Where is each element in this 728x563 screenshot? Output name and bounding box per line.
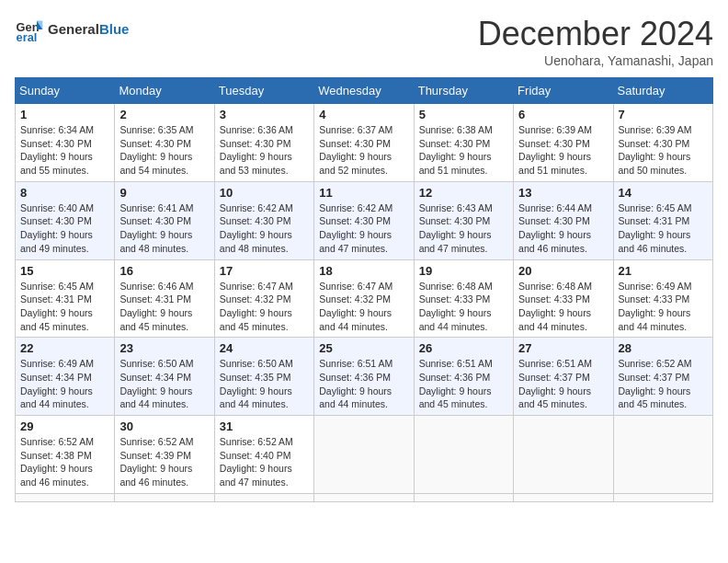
calendar-cell: 23 Sunrise: 6:50 AM Sunset: 4:34 PM Dayl… (115, 338, 214, 416)
day-info: Sunrise: 6:48 AM Sunset: 4:33 PM Dayligh… (419, 280, 508, 334)
day-info: Sunrise: 6:39 AM Sunset: 4:30 PM Dayligh… (619, 123, 708, 178)
day-info: Sunrise: 6:47 AM Sunset: 4:32 PM Dayligh… (220, 280, 309, 334)
calendar-cell: 25 Sunrise: 6:51 AM Sunset: 4:36 PM Dayl… (314, 338, 414, 416)
calendar-cell: 31 Sunrise: 6:52 AM Sunset: 4:40 PM Dayl… (214, 416, 313, 494)
day-number: 28 (619, 341, 708, 355)
day-number: 6 (518, 108, 608, 121)
calendar-header-row: SundayMondayTuesdayWednesdayThursdayFrid… (16, 78, 713, 104)
location-subtitle: Uenohara, Yamanashi, Japan (478, 53, 713, 68)
day-info: Sunrise: 6:39 AM Sunset: 4:30 PM Dayligh… (518, 123, 608, 178)
day-number: 17 (220, 264, 309, 278)
logo: Gen eral GeneralBlue (15, 15, 129, 44)
calendar-cell: 28 Sunrise: 6:52 AM Sunset: 4:37 PM Dayl… (613, 338, 712, 416)
day-info: Sunrise: 6:36 AM Sunset: 4:30 PM Dayligh… (220, 123, 309, 178)
calendar-cell (613, 416, 712, 494)
day-number: 19 (419, 264, 508, 278)
day-of-week-header: Sunday (16, 78, 115, 104)
calendar-cell: 14 Sunrise: 6:45 AM Sunset: 4:31 PM Dayl… (613, 181, 712, 259)
day-info: Sunrise: 6:48 AM Sunset: 4:33 PM Dayligh… (518, 280, 608, 334)
day-number: 4 (319, 108, 408, 121)
day-number: 11 (319, 186, 408, 200)
calendar-cell: 20 Sunrise: 6:48 AM Sunset: 4:33 PM Dayl… (514, 259, 613, 338)
day-number: 16 (119, 264, 209, 278)
day-number: 26 (419, 341, 508, 355)
day-of-week-header: Thursday (414, 78, 513, 104)
day-info: Sunrise: 6:49 AM Sunset: 4:34 PM Dayligh… (20, 357, 109, 411)
day-info: Sunrise: 6:47 AM Sunset: 4:32 PM Dayligh… (319, 280, 408, 334)
calendar-week-row: 8 Sunrise: 6:40 AM Sunset: 4:30 PM Dayli… (16, 181, 713, 259)
calendar-cell: 19 Sunrise: 6:48 AM Sunset: 4:33 PM Dayl… (414, 259, 513, 338)
day-number: 22 (20, 341, 109, 355)
calendar-cell (115, 493, 214, 501)
calendar-cell (514, 416, 613, 494)
day-number: 24 (220, 341, 309, 355)
day-number: 21 (619, 264, 708, 278)
calendar-week-row: 29 Sunrise: 6:52 AM Sunset: 4:38 PM Dayl… (16, 416, 713, 494)
day-of-week-header: Saturday (613, 78, 712, 104)
day-number: 15 (20, 264, 109, 278)
day-number: 5 (419, 108, 508, 121)
day-number: 10 (220, 186, 309, 200)
day-number: 18 (319, 264, 408, 278)
calendar-cell: 26 Sunrise: 6:51 AM Sunset: 4:36 PM Dayl… (414, 338, 513, 416)
day-info: Sunrise: 6:44 AM Sunset: 4:30 PM Dayligh… (518, 201, 608, 256)
svg-text:eral: eral (17, 30, 38, 44)
day-info: Sunrise: 6:35 AM Sunset: 4:30 PM Dayligh… (119, 123, 209, 178)
calendar-cell: 15 Sunrise: 6:45 AM Sunset: 4:31 PM Dayl… (16, 259, 115, 338)
day-number: 2 (119, 108, 209, 121)
day-number: 29 (20, 419, 109, 433)
calendar-cell: 24 Sunrise: 6:50 AM Sunset: 4:35 PM Dayl… (214, 338, 313, 416)
day-info: Sunrise: 6:52 AM Sunset: 4:38 PM Dayligh… (20, 435, 109, 489)
calendar-cell (16, 493, 115, 501)
calendar-cell (514, 493, 613, 501)
calendar-cell: 3 Sunrise: 6:36 AM Sunset: 4:30 PM Dayli… (214, 104, 313, 182)
day-info: Sunrise: 6:52 AM Sunset: 4:37 PM Dayligh… (619, 357, 708, 411)
calendar-cell (613, 493, 712, 501)
calendar-cell: 2 Sunrise: 6:35 AM Sunset: 4:30 PM Dayli… (115, 104, 214, 182)
calendar-cell: 4 Sunrise: 6:37 AM Sunset: 4:30 PM Dayli… (314, 104, 414, 182)
day-info: Sunrise: 6:49 AM Sunset: 4:33 PM Dayligh… (619, 280, 708, 334)
day-of-week-header: Wednesday (314, 78, 414, 104)
calendar-cell: 12 Sunrise: 6:43 AM Sunset: 4:30 PM Dayl… (414, 181, 513, 259)
day-info: Sunrise: 6:52 AM Sunset: 4:39 PM Dayligh… (119, 435, 209, 489)
logo-icon: Gen eral (15, 15, 44, 44)
calendar-cell: 8 Sunrise: 6:40 AM Sunset: 4:30 PM Dayli… (16, 181, 115, 259)
calendar-week-row: 15 Sunrise: 6:45 AM Sunset: 4:31 PM Dayl… (16, 259, 713, 338)
day-of-week-header: Tuesday (214, 78, 313, 104)
calendar-cell (414, 416, 513, 494)
day-number: 8 (20, 186, 109, 200)
day-info: Sunrise: 6:42 AM Sunset: 4:30 PM Dayligh… (319, 201, 408, 256)
calendar-week-row: 1 Sunrise: 6:34 AM Sunset: 4:30 PM Dayli… (16, 104, 713, 182)
day-info: Sunrise: 6:45 AM Sunset: 4:31 PM Dayligh… (20, 280, 109, 334)
calendar-cell: 29 Sunrise: 6:52 AM Sunset: 4:38 PM Dayl… (16, 416, 115, 494)
calendar-cell: 11 Sunrise: 6:42 AM Sunset: 4:30 PM Dayl… (314, 181, 414, 259)
day-info: Sunrise: 6:42 AM Sunset: 4:30 PM Dayligh… (220, 201, 309, 256)
day-info: Sunrise: 6:34 AM Sunset: 4:30 PM Dayligh… (20, 123, 109, 178)
day-number: 23 (119, 341, 209, 355)
day-info: Sunrise: 6:51 AM Sunset: 4:37 PM Dayligh… (518, 357, 608, 411)
calendar-cell (414, 493, 513, 501)
calendar-cell: 7 Sunrise: 6:39 AM Sunset: 4:30 PM Dayli… (613, 104, 712, 182)
day-number: 7 (619, 108, 708, 121)
day-number: 1 (20, 108, 109, 121)
calendar-cell: 16 Sunrise: 6:46 AM Sunset: 4:31 PM Dayl… (115, 259, 214, 338)
day-info: Sunrise: 6:46 AM Sunset: 4:31 PM Dayligh… (119, 280, 209, 334)
calendar-cell: 17 Sunrise: 6:47 AM Sunset: 4:32 PM Dayl… (214, 259, 313, 338)
calendar-cell: 9 Sunrise: 6:41 AM Sunset: 4:30 PM Dayli… (115, 181, 214, 259)
title-block: December 2024 Uenohara, Yamanashi, Japan (478, 15, 713, 68)
day-number: 12 (419, 186, 508, 200)
day-info: Sunrise: 6:52 AM Sunset: 4:40 PM Dayligh… (220, 435, 309, 489)
calendar-cell: 10 Sunrise: 6:42 AM Sunset: 4:30 PM Dayl… (214, 181, 313, 259)
calendar-cell: 21 Sunrise: 6:49 AM Sunset: 4:33 PM Dayl… (613, 259, 712, 338)
calendar-cell: 6 Sunrise: 6:39 AM Sunset: 4:30 PM Dayli… (514, 104, 613, 182)
calendar-cell: 22 Sunrise: 6:49 AM Sunset: 4:34 PM Dayl… (16, 338, 115, 416)
day-number: 3 (220, 108, 309, 121)
calendar-cell (314, 416, 414, 494)
day-info: Sunrise: 6:50 AM Sunset: 4:35 PM Dayligh… (220, 357, 309, 411)
day-info: Sunrise: 6:45 AM Sunset: 4:31 PM Dayligh… (619, 201, 708, 256)
day-info: Sunrise: 6:50 AM Sunset: 4:34 PM Dayligh… (119, 357, 209, 411)
day-of-week-header: Friday (514, 78, 613, 104)
calendar-cell: 5 Sunrise: 6:38 AM Sunset: 4:30 PM Dayli… (414, 104, 513, 182)
day-number: 14 (619, 186, 708, 200)
day-info: Sunrise: 6:41 AM Sunset: 4:30 PM Dayligh… (119, 201, 209, 256)
